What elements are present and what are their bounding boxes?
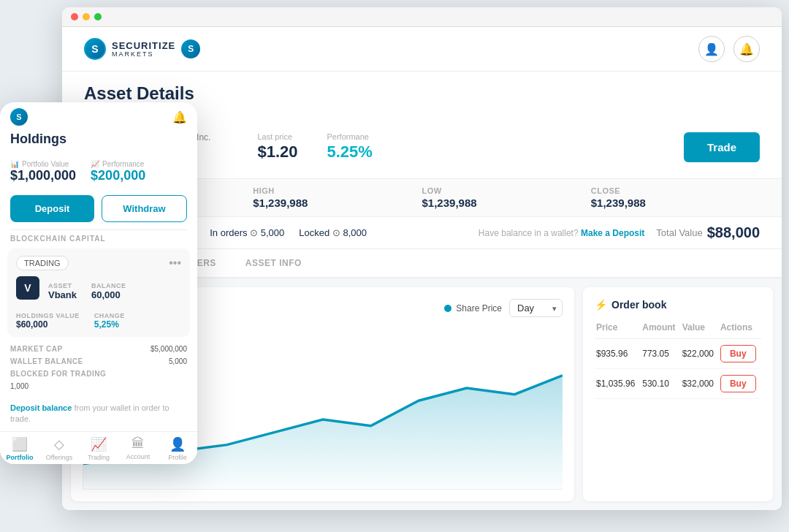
high-item: HIGH $1,239,988 <box>253 186 422 209</box>
mobile-trading-header: TRADING ••• <box>16 256 181 270</box>
mobile-perf-value: $200,000 <box>91 168 145 183</box>
logo-icon-secondary: S <box>181 39 200 58</box>
high-value: $1,239,988 <box>253 197 422 209</box>
user-icon-button[interactable]: 👤 <box>698 36 725 62</box>
mobile-nav-profile[interactable]: 👤 Profile <box>158 436 197 461</box>
app-header: S SECURITIZE MARKETS S 👤 🔔 <box>62 27 782 72</box>
legend-label: Share Price <box>456 303 502 314</box>
logo-area: S SECURITIZE MARKETS S <box>84 38 200 60</box>
col-amount: Amount <box>641 319 680 339</box>
mobile-asset-name: Vbank <box>48 289 77 300</box>
mobile-nav-trading[interactable]: 📈 Trading <box>79 436 118 461</box>
buy-button-2[interactable]: Buy <box>720 375 756 392</box>
portfolio-locked: Locked ⊙ 8,000 <box>299 227 367 238</box>
period-select-wrapper: Day Week Month Year <box>509 299 563 317</box>
wallet-balance-label: WALLET BALANCE <box>10 357 83 365</box>
mobile-overlay: S 🔔 Holdings 📊Portfolio Value $1,000,000… <box>0 102 197 464</box>
performance-item: Performane 5.25% <box>327 132 372 162</box>
profile-nav-icon: 👤 <box>169 436 186 452</box>
tab-asset-info[interactable]: ASSET INFO <box>231 249 316 278</box>
portfolio-value: $1,000,000 <box>10 168 76 183</box>
holdings-value-block: HOLDINGS VALUE $60,000 <box>16 306 80 330</box>
offerings-nav-icon: ◇ <box>54 436 64 452</box>
profile-nav-label: Profile <box>168 454 187 461</box>
mobile-perf-label: 📈Performance <box>91 160 145 168</box>
balance-block-mobile: BALANCE 60,000 <box>91 276 126 300</box>
mobile-deposit-button[interactable]: Deposit <box>10 195 94 222</box>
price-block: Last price $1.20 Performane 5.25% <box>257 132 684 162</box>
mobile-section-label: BLOCKCHAIN CAPITAL <box>0 230 197 246</box>
order-value-2: $32,000 <box>681 369 719 399</box>
header-icons: 👤 🔔 <box>698 36 760 62</box>
mobile-withdraw-button[interactable]: Withdraw <box>102 195 187 222</box>
logo-text: SECURITIZE <box>112 41 175 50</box>
account-nav-label: Account <box>126 453 150 460</box>
mobile-logo: S <box>10 108 28 126</box>
wallet-balance-row: WALLET BALANCE 5,000 <box>10 355 187 368</box>
mobile-status-bar: S 🔔 <box>0 102 197 129</box>
order-amount-1: 773.05 <box>641 339 680 369</box>
chart-legend: Share Price <box>444 303 502 314</box>
mobile-nav-offerings[interactable]: ◇ Offerings <box>39 436 79 461</box>
period-select[interactable]: Day Week Month Year <box>509 299 563 317</box>
buy-button-1[interactable]: Buy <box>720 345 756 362</box>
make-deposit-link[interactable]: Make a Deposit <box>581 228 644 238</box>
low-label: LOW <box>422 186 591 195</box>
asset-row: V ASSET Vbank BALANCE 60,000 <box>16 276 181 300</box>
page-title: Asset Details <box>84 83 760 104</box>
mobile-bell-icon[interactable]: 🔔 <box>172 110 187 124</box>
logo-icon: S <box>84 38 106 60</box>
change-block: CHANGE 5,25% <box>94 306 125 330</box>
order-action-1[interactable]: Buy <box>719 339 761 369</box>
trade-button[interactable]: Trade <box>684 132 760 162</box>
blocked-label: BLOCKED FOR TRADING <box>10 370 106 378</box>
mobile-nav-account[interactable]: 🏛 Account <box>118 436 158 461</box>
last-price-label: Last price <box>257 132 297 141</box>
legend-dot <box>444 305 451 312</box>
portfolio-in-orders: In orders ⊙ 5,000 <box>210 227 284 238</box>
performance-label: Performane <box>327 132 372 141</box>
browser-dot-yellow[interactable] <box>83 13 90 20</box>
order-table: Price Amount Value Actions $935.96 773.0… <box>595 319 761 399</box>
order-row-1: $935.96 773.05 $22,000 Buy <box>595 339 761 369</box>
account-nav-icon: 🏛 <box>132 436 145 452</box>
order-amount-2: 530.10 <box>641 369 680 399</box>
portfolio-nav-label: Portfolio <box>7 454 34 461</box>
order-action-2[interactable]: Buy <box>719 369 761 399</box>
offerings-nav-label: Offerings <box>46 454 72 461</box>
trading-nav-label: Trading <box>88 454 110 461</box>
blocked-value-row: 1,000 <box>10 380 187 392</box>
trading-nav-icon: 📈 <box>91 436 107 452</box>
last-price-item: Last price $1.20 <box>257 132 297 162</box>
trading-badge: TRADING <box>16 256 69 270</box>
market-cap-row: MARKET CAP $5,000,000 <box>10 343 187 355</box>
browser-dot-red[interactable] <box>71 13 78 20</box>
mobile-nav-portfolio[interactable]: ⬜ Portfolio <box>0 436 39 461</box>
close-item: CLOSE $1,239,988 <box>591 186 760 209</box>
chart-controls: Share Price Day Week Month Year <box>444 299 563 317</box>
order-value-1: $22,000 <box>681 339 719 369</box>
performance-value: 5.25% <box>327 142 372 162</box>
order-price-2: $1,035.96 <box>595 369 641 399</box>
close-label: CLOSE <box>591 186 760 195</box>
mobile-performance-stat: 📈Performance $200,000 <box>91 160 145 183</box>
browser-dot-green[interactable] <box>94 13 102 20</box>
high-label: HIGH <box>253 186 422 195</box>
low-value: $1,239,988 <box>422 197 591 209</box>
close-value: $1,239,988 <box>591 197 760 209</box>
mobile-extra-rows: MARKET CAP $5,000,000 WALLET BALANCE 5,0… <box>0 340 197 398</box>
mobile-nav: ⬜ Portfolio ◇ Offerings 📈 Trading 🏛 Acco… <box>0 431 197 464</box>
logo-text-block: SECURITIZE MARKETS <box>112 41 175 58</box>
order-panel: ⚡ Order book Price Amount Value Actions <box>583 287 773 501</box>
mobile-balance: 60,000 <box>91 289 126 300</box>
trading-more-icon[interactable]: ••• <box>169 256 181 270</box>
deposit-hint-link[interactable]: Deposit balance <box>10 403 72 412</box>
portfolio-total-label: Total Value <box>656 227 702 238</box>
order-row-2: $1,035.96 530.10 $32,000 Buy <box>595 369 761 399</box>
col-actions: Actions <box>719 319 761 339</box>
blocked-value: 1,000 <box>10 382 28 390</box>
portfolio-value-label: 📊Portfolio Value <box>10 160 76 168</box>
bell-icon-button[interactable]: 🔔 <box>733 36 760 62</box>
col-price: Price <box>595 319 641 339</box>
mobile-portfolio-stat: 📊Portfolio Value $1,000,000 <box>10 160 76 183</box>
